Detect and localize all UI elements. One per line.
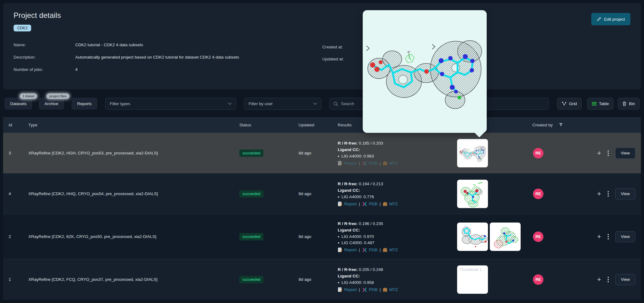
package-icon xyxy=(383,288,387,292)
cell-type: XRayRefine [CDK2, 6ZK, CRYO_pos50, pre_p… xyxy=(28,234,239,239)
table-row[interactable]: 3 XRayRefine [CDK2, HGH, CRYO_pos53, pre… xyxy=(3,133,641,173)
cell-updated: 8d ago xyxy=(299,234,338,239)
grid-view-button[interactable]: Grid xyxy=(557,98,582,110)
kebab-menu-icon[interactable] xyxy=(606,149,610,157)
pdb-link[interactable]: PDB xyxy=(362,287,378,292)
ligand-cc-label: Ligand CC: xyxy=(338,188,360,193)
ligand-cc-value: LIG A4000: 0.958 xyxy=(341,280,374,285)
avatar[interactable]: RE xyxy=(533,274,543,285)
thumbnail-preview-popover xyxy=(363,10,487,133)
report-icon xyxy=(338,287,342,292)
filter-by-user-select[interactable]: Filter by user xyxy=(244,98,322,110)
tab-label: Datasets xyxy=(10,101,27,106)
mtz-link[interactable]: MTZ xyxy=(383,248,398,252)
kebab-menu-icon[interactable] xyxy=(606,276,610,284)
report-link[interactable]: Report xyxy=(338,161,357,166)
pdb-link[interactable]: PDB xyxy=(362,248,378,252)
tab-datasets[interactable]: Datasets 1 linked xyxy=(5,98,32,109)
package-icon xyxy=(383,161,387,166)
add-icon[interactable]: + xyxy=(597,233,601,240)
result-links: Report | PDB | MTZ xyxy=(338,248,457,252)
field-name: Name: CDK2 tutorial - CDK2 4 data subset… xyxy=(14,43,310,47)
avatar[interactable]: RE xyxy=(533,231,543,242)
column-header-id: Id xyxy=(9,123,28,127)
kebab-menu-icon[interactable] xyxy=(606,233,610,241)
bin-button[interactable]: Bin xyxy=(618,98,640,110)
package-icon xyxy=(383,202,387,206)
dna-icon xyxy=(362,161,367,166)
result-thumbnail-placeholder[interactable]: Thumbnail 1 xyxy=(457,265,488,294)
result-thumbnail[interactable] xyxy=(490,223,521,251)
kebab-menu-icon[interactable] xyxy=(606,190,610,198)
r-rfree-value: 0.205 / 0.248 xyxy=(359,267,383,272)
add-icon[interactable]: + xyxy=(597,190,601,197)
report-icon xyxy=(338,202,342,206)
report-link[interactable]: Report xyxy=(338,287,357,292)
report-icon xyxy=(338,248,342,252)
field-value: CDK2 tutorial - CDK2 4 data subsets xyxy=(75,43,143,47)
avatar[interactable]: RE xyxy=(533,189,543,199)
dna-icon xyxy=(362,288,367,292)
grid-button-label: Grid xyxy=(569,101,577,106)
report-link[interactable]: Report xyxy=(338,202,357,206)
table-button-label: Table xyxy=(599,101,609,106)
bin-button-label: Bin xyxy=(629,101,635,106)
cell-results: R / R-free: 0.205 / 0.248 Ligand CC: •LI… xyxy=(338,263,457,297)
table-header: Id Type Status Updated Results Created b… xyxy=(3,117,641,133)
tab-archive[interactable]: Archive project files xyxy=(39,98,64,109)
mtz-link[interactable]: MTZ xyxy=(383,287,398,292)
add-icon[interactable]: + xyxy=(597,150,601,157)
filter-funnel-icon[interactable] xyxy=(559,123,563,127)
cell-thumbnails xyxy=(457,180,524,208)
result-thumbnail[interactable] xyxy=(457,180,488,208)
cell-updated: 8d ago xyxy=(299,191,338,196)
view-button[interactable]: View xyxy=(615,274,635,285)
tab-label: Reports xyxy=(77,101,92,106)
cell-actions: + View xyxy=(552,148,635,159)
table-row[interactable]: 4 XRayRefine [CDK2, HHQ, CRYO_pos54, pre… xyxy=(3,173,641,214)
tab-reports[interactable]: Reports xyxy=(72,98,97,109)
column-header-updated: Updated xyxy=(299,123,338,127)
cell-results: R / R-free: 0.196 / 0.235 Ligand CC: •LI… xyxy=(338,217,457,257)
trash-icon xyxy=(622,101,626,106)
table-view-button[interactable]: Table xyxy=(587,98,613,110)
status-badge: succeeded xyxy=(239,190,263,198)
filter-types-value: Filter types xyxy=(110,101,130,106)
pdb-link[interactable]: PDB xyxy=(362,202,378,206)
chevron-down-icon xyxy=(228,103,232,105)
edit-project-button[interactable]: Edit project xyxy=(591,13,630,25)
field-description: Description: Automatically generated pro… xyxy=(14,55,310,59)
report-link[interactable]: Report xyxy=(338,248,357,252)
table-row[interactable]: 2 XRayRefine [CDK2, 6ZK, CRYO_pos50, pre… xyxy=(3,214,641,259)
ligand-cc-value: LIG A4000: 0.776 xyxy=(341,194,374,199)
result-thumbnail[interactable] xyxy=(457,223,488,251)
cell-type: XRayRefine [CDK2, HHQ, CRYO_pos54, pre_p… xyxy=(28,191,239,196)
field-value: 4 xyxy=(75,67,78,72)
field-label: Name: xyxy=(14,43,75,47)
mtz-link[interactable]: MTZ xyxy=(383,161,398,166)
package-icon xyxy=(383,248,387,252)
filter-types-select[interactable]: Filter types xyxy=(105,98,236,110)
result-thumbnail[interactable] xyxy=(457,139,488,167)
r-rfree-label: R / R-free: xyxy=(338,221,358,226)
field-value: Automatically generated project based on… xyxy=(75,55,239,59)
tab-datasets-badge: 1 linked xyxy=(20,93,37,99)
mtz-link[interactable]: MTZ xyxy=(383,202,398,206)
avatar[interactable]: RE xyxy=(533,148,543,158)
pdb-link[interactable]: PDB xyxy=(362,161,378,166)
cell-updated: 8d ago xyxy=(299,277,338,282)
column-header-status: Status xyxy=(239,123,299,127)
view-button[interactable]: View xyxy=(615,148,635,159)
cell-actions: + View xyxy=(552,231,635,242)
view-button[interactable]: View xyxy=(615,188,635,199)
view-button[interactable]: View xyxy=(615,231,635,242)
project-details-card: Project details CDK2 Name: CDK2 tutorial… xyxy=(3,3,641,89)
pencil-icon xyxy=(597,17,601,21)
project-tag-badge: CDK2 xyxy=(14,25,31,31)
r-rfree-label: R / R-free: xyxy=(338,267,358,272)
field-number-of-jobs: Number of jobs: 4 xyxy=(14,67,310,72)
table-row[interactable]: 1 XRayRefine [CDK2, FCQ, CRYO_pos37, pre… xyxy=(3,259,641,300)
ligand-cc-value: LIG A4000: 0.970 xyxy=(341,234,374,239)
r-rfree-value: 0.196 / 0.235 xyxy=(359,221,383,226)
add-icon[interactable]: + xyxy=(597,276,601,283)
